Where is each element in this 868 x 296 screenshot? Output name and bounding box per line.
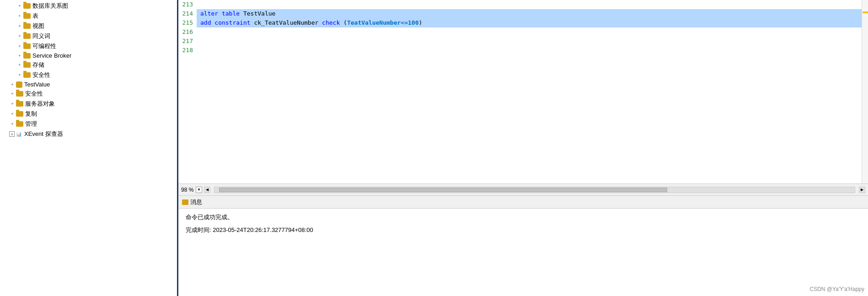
code-line-218: 218 xyxy=(178,46,868,55)
code-line-213: 213 xyxy=(178,0,868,9)
folder-icon xyxy=(23,23,31,29)
bottom-content: 命令已成功完成。 完成时间: 2023-05-24T20:26:17.32777… xyxy=(178,209,868,296)
sidebar-item-replication[interactable]: + 复制 xyxy=(0,109,177,119)
code-line-215: 215 add constraint ck_TeatValueNumber ch… xyxy=(178,18,868,27)
folder-icon xyxy=(16,101,23,107)
folder-icon xyxy=(23,62,31,68)
paren: ( xyxy=(343,19,347,26)
line-content xyxy=(197,27,868,37)
right-edge-bar xyxy=(862,0,868,183)
paren: ) xyxy=(418,19,422,26)
sidebar-item-label: 视图 xyxy=(32,22,44,30)
code-line-216: 216 xyxy=(178,27,868,37)
sidebar-item-label: 管理 xyxy=(25,120,37,128)
sidebar-item-label: 安全性 xyxy=(25,90,43,98)
message-timestamp: 完成时间: 2023-05-24T20:26:17.3277794+08:00 xyxy=(186,225,861,235)
folder-icon xyxy=(23,3,31,9)
sidebar-item-label: XEvent 探查器 xyxy=(24,130,63,138)
folder-icon xyxy=(16,121,23,127)
sidebar-item-testvalue[interactable]: + TestValue xyxy=(0,80,177,89)
expand-icon: + xyxy=(16,53,23,59)
message-success: 命令已成功完成。 xyxy=(186,212,861,222)
line-content xyxy=(197,46,868,55)
sidebar-item-security-top[interactable]: + 安全性 xyxy=(0,89,177,99)
sidebar-item-server-objects[interactable]: + 服务器对象 xyxy=(0,99,177,109)
identifier: ck_TeatValueNumber xyxy=(254,19,318,26)
sidebar-item-xevent[interactable]: 4 📊 XEvent 探查器 xyxy=(0,129,177,139)
line-content xyxy=(197,37,868,46)
code-line-214: 214 alter table TestValue xyxy=(178,9,868,18)
keyword: alter table xyxy=(200,10,243,17)
zoom-scrollbar-bar: 98 % ▼ ◀ ▶ xyxy=(178,183,868,195)
sidebar-item-label: 安全性 xyxy=(32,71,50,79)
sidebar-item-programmability[interactable]: + 可编程性 xyxy=(0,41,177,51)
db-icon xyxy=(16,81,22,88)
sidebar-item-synonyms[interactable]: + 同义词 xyxy=(0,31,177,41)
line-content: add constraint ck_TeatValueNumber check … xyxy=(197,18,868,27)
expand-icon: + xyxy=(16,62,23,68)
xevent-icon: 📊 xyxy=(15,131,22,137)
sidebar-item-label: 数据库关系图 xyxy=(32,2,68,10)
expand-icon: + xyxy=(9,81,16,88)
message-tab-icon xyxy=(182,199,188,205)
edge-marker xyxy=(863,11,868,13)
line-number: 215 xyxy=(178,18,197,27)
expand-icon: + xyxy=(9,91,16,97)
zoom-value: 98 % xyxy=(181,187,195,193)
line-content xyxy=(197,0,868,9)
folder-icon xyxy=(23,43,31,49)
scrollbar-thumb xyxy=(219,188,667,192)
code-line-217: 217 xyxy=(178,37,868,46)
line-number: 214 xyxy=(178,9,197,18)
expand-icon: + xyxy=(16,13,23,19)
line-number: 218 xyxy=(178,46,197,55)
expand-icon: + xyxy=(16,43,23,49)
sidebar: + 数据库关系图 + 表 + 视图 + 同义词 + 可编程性 + Service… xyxy=(0,0,178,296)
sidebar-item-security-db[interactable]: + 安全性 xyxy=(0,70,177,80)
sidebar-item-label: 服务器对象 xyxy=(25,100,55,108)
line-number: 216 xyxy=(178,27,197,37)
sidebar-item-db-relations[interactable]: + 数据库关系图 xyxy=(0,1,177,11)
sidebar-item-label: 存储 xyxy=(32,61,44,69)
line-content: alter table TestValue xyxy=(197,9,868,18)
expand-icon: + xyxy=(9,101,16,107)
zoom-dropdown[interactable]: ▼ xyxy=(196,187,202,193)
folder-icon xyxy=(16,111,23,117)
sidebar-item-label: 可编程性 xyxy=(32,42,56,50)
main-area: 213 214 alter table TestValue 215 add co… xyxy=(178,0,868,296)
sidebar-item-tables[interactable]: + 表 xyxy=(0,11,177,21)
sidebar-item-label: 复制 xyxy=(25,110,37,118)
bottom-toolbar: 消息 xyxy=(178,196,868,209)
scroll-left-arrow[interactable]: ◀ xyxy=(204,187,210,193)
folder-icon xyxy=(16,91,23,97)
expand-icon: + xyxy=(16,3,23,9)
keyword: check xyxy=(318,19,343,26)
folder-icon xyxy=(23,13,31,19)
identifier: TestValue xyxy=(243,10,275,17)
expression: TeatValueNumber<=100 xyxy=(347,19,419,26)
sidebar-item-label: Service Broker xyxy=(32,52,71,59)
sidebar-item-management[interactable]: + 管理 xyxy=(0,119,177,129)
bottom-panel: 消息 命令已成功完成。 完成时间: 2023-05-24T20:26:17.32… xyxy=(178,195,868,296)
expand-icon: + xyxy=(9,111,16,117)
editor-area[interactable]: 213 214 alter table TestValue 215 add co… xyxy=(178,0,868,183)
folder-icon xyxy=(23,33,31,39)
sidebar-item-label: 表 xyxy=(32,12,38,20)
expand-icon: + xyxy=(9,121,16,127)
expand-icon: + xyxy=(16,23,23,29)
code-lines: 213 214 alter table TestValue 215 add co… xyxy=(178,0,868,55)
bottom-tab-label[interactable]: 消息 xyxy=(190,198,202,206)
sidebar-item-label: 同义词 xyxy=(32,32,50,40)
sidebar-item-storage[interactable]: + 存储 xyxy=(0,60,177,70)
sidebar-item-service-broker[interactable]: + Service Broker xyxy=(0,51,177,60)
scrollbar-track[interactable] xyxy=(214,187,855,193)
line-number: 213 xyxy=(178,0,197,9)
zoom-selector: 98 % ▼ xyxy=(181,187,202,193)
sidebar-item-views[interactable]: + 视图 xyxy=(0,21,177,31)
sidebar-item-label: TestValue xyxy=(24,81,50,88)
scroll-right-arrow[interactable]: ▶ xyxy=(859,187,865,193)
expand-icon: + xyxy=(16,33,23,39)
expand-icon: + xyxy=(16,72,23,78)
watermark: CSDN @Ya'Y'a'Happy xyxy=(809,286,864,292)
expand-icon: 4 xyxy=(9,131,15,137)
